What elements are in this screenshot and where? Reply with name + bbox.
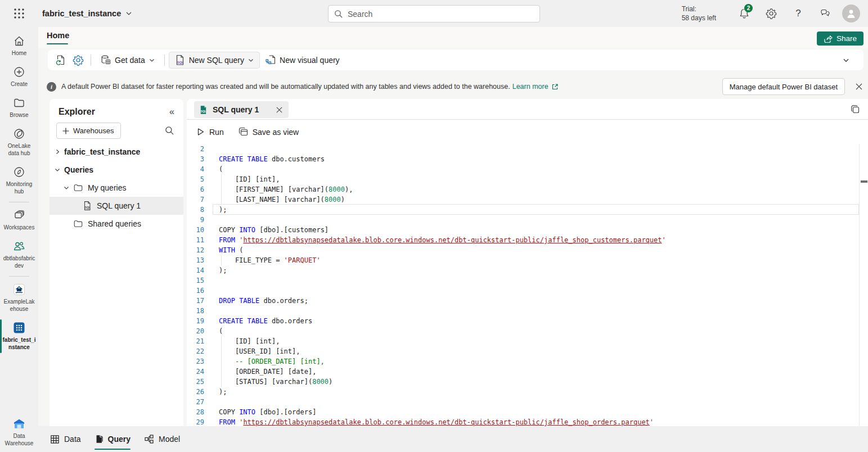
code-line: 2 [187,144,859,154]
nav-divider [9,202,29,202]
settings-toolbar-button[interactable] [69,52,87,69]
code-line: 25 [STATUS] [varchar](8000) [187,377,859,387]
code-line: 3CREATE TABLE dbo.customers [187,154,859,164]
trial-status: Trial: 58 days left [682,4,716,22]
notification-badge: 2 [744,4,753,12]
line-number: 20 [187,326,204,336]
help-button[interactable]: ? [785,0,812,27]
create-icon [13,66,25,78]
tree-item-sql-query-1[interactable]: SQLSQL query 1 [50,197,183,215]
nav-item-examplelakehouse[interactable]: ExampleLakehouse [0,283,38,313]
nav-item-workspaces[interactable]: Workspaces [0,209,38,232]
line-number: 19 [187,316,204,326]
code-line: 17DROP TABLE dbo.orders; [187,296,859,306]
nav-item-browse[interactable]: Browse [0,96,38,119]
nav-item-create[interactable]: Create [0,65,38,88]
nav-item-data-warehouse[interactable]: Data Warehouse [0,417,38,448]
tree-item-fabric-test-instance[interactable]: fabric_test_instance [50,143,183,161]
new-visual-query-label: New visual query [280,56,340,65]
folder-icon [73,219,83,229]
line-number: 24 [187,367,204,377]
settings-button[interactable] [758,0,785,27]
tab-home[interactable]: Home [47,31,69,44]
code-line: 12WITH ( [187,245,859,255]
collapse-ribbon-button[interactable] [842,56,850,64]
close-icon [855,83,863,91]
add-warehouses-button[interactable]: Warehouses [56,123,121,139]
manage-dataset-button[interactable]: Manage default Power BI dataset [722,78,845,95]
copy-button[interactable] [851,105,860,114]
app-launcher-icon[interactable] [6,0,33,27]
query-tab[interactable]: SQL SQL query 1 [194,101,289,118]
tree-item-label: fabric_test_instance [64,147,140,156]
chevron-right-icon[interactable] [54,148,61,155]
nav-item-fabric-test-instance[interactable]: fabric_test_instance [0,321,38,351]
tree-item-my-queries[interactable]: My queries [50,179,183,197]
code-line: 28COPY INTO [dbo].[orders] [187,407,859,417]
close-tab-button[interactable] [276,106,283,114]
notifications-button[interactable]: 2 [731,0,758,27]
nav-item-label: Create [2,80,36,88]
left-nav: HomeCreateBrowseOneLake data hubMonitori… [0,27,38,452]
new-sql-query-button[interactable]: SQL New SQL query [169,52,260,69]
view-tab-query[interactable]: Query [95,426,131,452]
main-panel: SQL SQL query 1 Run Save as view 23CREAT… [187,99,868,426]
run-button[interactable]: Run [196,128,224,137]
gear-blue-icon [73,55,84,66]
get-data-button[interactable]: Get data [95,52,160,69]
query-tab-strip: SQL SQL query 1 [187,99,868,120]
fabric-item-icon [13,322,25,334]
view-tab-label: Query [108,435,131,444]
chevron-down-icon [842,56,850,64]
sql-editor[interactable]: 23CREATE TABLE dbo.customers4(5 [ID] [in… [187,144,860,426]
code-line: 27 [187,397,859,407]
ribbon-tabs-row: Home Share [38,27,868,48]
line-number: 5 [187,174,204,184]
learn-more-link[interactable]: Learn more [512,83,559,91]
view-tab-data[interactable]: Data [50,426,81,452]
folder-icon [73,183,83,193]
code-line: 9 [187,215,859,225]
nav-item-home[interactable]: Home [0,34,38,57]
workspace-switcher[interactable]: fabric_test_instance [42,9,132,18]
nav-item-label: Monitoring hub [2,180,36,195]
people-icon [13,240,25,252]
nav-item-dbtlabsfabricdev[interactable]: dbtlabsfabricdev [0,239,38,270]
code-line: 18 [187,306,859,316]
search-input[interactable]: Search [328,5,540,22]
share-button[interactable]: Share [817,31,863,46]
nav-item-label: ExampleLakehouse [2,298,36,313]
info-banner: i A default Power BI dataset for faster … [38,74,868,99]
nav-item-label: Workspaces [2,224,36,231]
nav-item-onelake-data-hub[interactable]: OneLake data hub [0,127,38,157]
account-avatar[interactable] [842,4,860,22]
line-number: 11 [187,235,204,245]
line-number: 13 [187,255,204,265]
person-icon [846,8,856,19]
collapse-explorer-button[interactable]: « [169,107,174,117]
chevron-down-icon[interactable] [63,184,70,191]
tree-item-label: My queries [88,183,126,192]
line-number: 27 [187,397,204,407]
banner-close-button[interactable] [854,82,864,92]
data-warehouse-icon [13,418,25,430]
save-as-view-button[interactable]: Save as view [239,127,299,137]
new-report-button[interactable] [52,52,69,69]
nav-item-monitoring-hub[interactable]: Monitoring hub [0,165,38,196]
get-data-label: Get data [115,56,145,65]
feedback-button[interactable] [812,0,839,27]
view-switcher-bar: DataQueryModel [38,426,868,452]
nav-divider [9,276,29,277]
code-line: 24 [ORDER_DATE] [date], [187,367,859,377]
tree-item-shared-queries[interactable]: Shared queries [50,215,183,233]
grid-icon [50,435,60,444]
line-number: 10 [187,225,204,235]
search-tree-icon[interactable] [165,126,174,135]
new-visual-query-button[interactable]: New visual query [260,52,345,69]
nav-item-label: Data Warehouse [2,432,36,447]
chevron-down-icon[interactable] [54,166,61,173]
monitoring-icon [13,166,25,178]
query-toolbar: Run Save as view [187,120,868,144]
tree-item-queries[interactable]: Queries [50,161,183,179]
view-tab-model[interactable]: Model [144,426,180,452]
